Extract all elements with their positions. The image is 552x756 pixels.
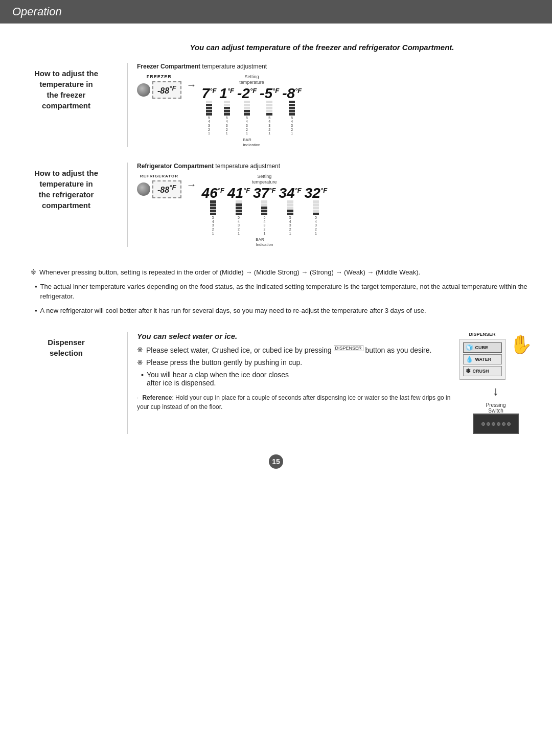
- freezer-button-label: FREEZER: [147, 74, 172, 79]
- crush-label: CRUSH: [473, 369, 489, 374]
- fridge-temp-1: 46°F 54321: [202, 186, 224, 235]
- freezer-button-display: FREEZER -88°F: [137, 74, 181, 99]
- freezer-compartment-title: Freezer Compartment temperature adjustme…: [137, 63, 537, 70]
- freezer-section-label: How to adjust the temperature in the fre…: [15, 63, 117, 111]
- freezer-temps-row: 7°F 54321: [202, 86, 302, 135]
- dispenser-panel-label: DISPENSER: [459, 332, 505, 337]
- dispenser-image-col: DISPENSER 🧊 CUBE 💧 WATER ❄: [455, 332, 537, 434]
- freezer-right-col: Freezer Compartment temperature adjustme…: [128, 63, 537, 147]
- water-icon: 💧: [466, 356, 473, 363]
- freezer-temp-2: 1°F 54321: [219, 86, 234, 135]
- bullet-symbol-1: ▪: [35, 282, 37, 302]
- dispenser-panel: 🧊 CUBE 💧 WATER ❄ CRUSH: [459, 339, 505, 380]
- fridge-temp-4: 34°F 54321: [279, 186, 302, 235]
- freezer-left-col: How to adjust the temperature in the fre…: [15, 63, 128, 147]
- main-title: You can adjust temperature of the freeze…: [107, 43, 537, 52]
- hand-icon: ✋: [510, 334, 533, 355]
- freezer-section: How to adjust the temperature in the fre…: [15, 63, 537, 147]
- refrigerator-circle-button[interactable]: [137, 182, 150, 196]
- refrigerator-button-display: REFRIGERATOR -88°F: [137, 174, 181, 198]
- dispenser-asterisk-1: ※ Please select water, Crushed ice, or c…: [137, 346, 455, 354]
- asterisk-symbol-1: ※: [31, 267, 36, 278]
- freezer-temp-1: 7°F 54321: [202, 86, 217, 135]
- dispenser-option-water[interactable]: 💧 WATER: [463, 354, 502, 364]
- freezer-bar-indication: BAR Indication: [243, 138, 260, 147]
- dispenser-right-col: You can select water or ice. ※ Please se…: [128, 332, 537, 434]
- dispenser-left-col: Dispenser selection: [15, 332, 128, 434]
- bullet-symbol-2: ▪: [35, 306, 37, 316]
- header-title: Operation: [12, 5, 62, 18]
- freezer-temp-5: -8°F 54321: [282, 86, 302, 135]
- refrigerator-bar-indication: BAR Indication: [256, 237, 273, 247]
- refrigerator-arrow: →: [187, 179, 197, 191]
- pressing-panel: [473, 414, 519, 434]
- refrigerator-display: -88°F: [152, 180, 181, 198]
- freezer-arrow: →: [187, 79, 197, 91]
- freezer-comp-row: FREEZER -88°F → Setting temperature: [137, 74, 537, 147]
- cube-label: CUBE: [475, 345, 489, 350]
- refrigerator-comp-row: REFRIGERATOR -88°F → Setting temperature…: [137, 174, 537, 247]
- fridge-temp-2: 41°F 54321: [227, 186, 250, 235]
- refrigerator-section-label: How to adjust the temperature in the ref…: [15, 163, 117, 211]
- dispenser-subtitle: You can select water or ice.: [137, 332, 455, 340]
- page-number: 15: [269, 454, 283, 469]
- refrigerator-setting-label: Setting temperature: [252, 174, 277, 185]
- pressing-switch-label: Pressing Switch: [473, 402, 519, 414]
- bullet-note-1: ▪ The actual inner temperature varies de…: [31, 282, 537, 302]
- page-number-area: 15: [15, 454, 537, 469]
- refrigerator-setting-area: Setting temperature 46°F: [202, 174, 327, 247]
- fridge-temp-5: 32°F 54321: [305, 186, 327, 235]
- bullet-note-2: ▪ A new refrigerator will cool better af…: [31, 306, 537, 316]
- water-label: WATER: [475, 357, 492, 362]
- dispenser-asterisk-2: ※ Please press the button gently by push…: [137, 358, 455, 366]
- dispenser-button-inline: DISPENSER: [334, 345, 363, 351]
- reference-note: · Reference: Hold your cup in place for …: [137, 393, 455, 411]
- refrigerator-compartment-title: Refrigerator Compartment temperature adj…: [137, 163, 537, 170]
- page-header: Operation: [0, 0, 552, 24]
- freezer-setting-area: Setting temperature 7°F: [202, 74, 302, 147]
- page-content: You can adjust temperature of the freeze…: [0, 24, 552, 489]
- fridge-temp-3: 37°F 54321: [253, 186, 275, 235]
- asterisk-note-1: ※ Whenever pressing button, setting is r…: [31, 267, 537, 278]
- dispenser-option-cube[interactable]: 🧊 CUBE: [463, 342, 502, 353]
- freezer-temp-3: -2°F 54321: [237, 86, 257, 135]
- refrigerator-right-col: Refrigerator Compartment temperature adj…: [128, 163, 537, 247]
- refrigerator-temps-row: 46°F 54321: [202, 186, 327, 235]
- refrigerator-button-label: REFRIGERATOR: [140, 174, 178, 178]
- freezer-circle-button[interactable]: [137, 83, 150, 97]
- dispenser-section: Dispenser selection You can select water…: [15, 332, 537, 434]
- dispenser-text-col: You can select water or ice. ※ Please se…: [137, 332, 455, 434]
- dispenser-option-crush[interactable]: ❄ CRUSH: [463, 366, 502, 376]
- dispenser-bullet-1: ▪ You will hear a clap when the ice door…: [137, 371, 455, 387]
- notes-section: ※ Whenever pressing button, setting is r…: [31, 267, 537, 319]
- cube-icon: 🧊: [466, 344, 473, 351]
- freezer-display: -88°F: [152, 81, 181, 99]
- refrigerator-left-col: How to adjust the temperature in the ref…: [15, 163, 128, 247]
- refrigerator-section: How to adjust the temperature in the ref…: [15, 163, 537, 247]
- freezer-setting-label: Setting temperature: [239, 74, 264, 85]
- freezer-temp-4: -5°F 54321: [260, 86, 279, 135]
- crush-icon: ❄: [466, 368, 471, 375]
- dispenser-down-arrow: ↓: [493, 384, 499, 398]
- dispenser-section-label: Dispenser selection: [15, 332, 117, 358]
